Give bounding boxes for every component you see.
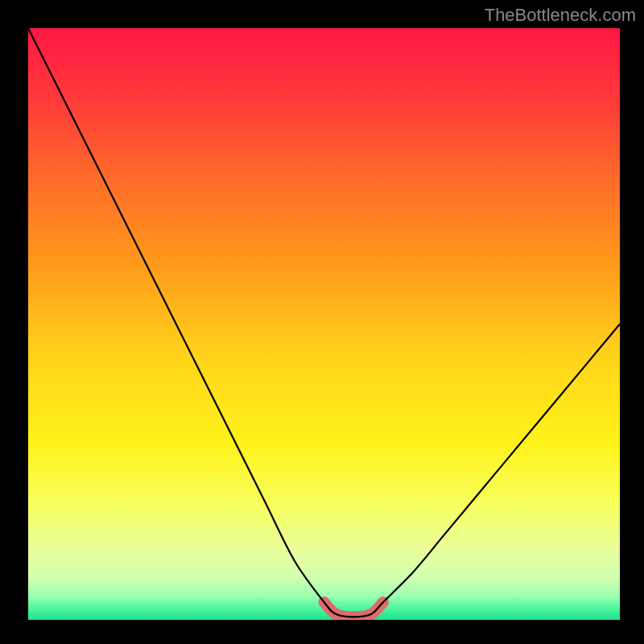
chart-highlight-segment <box>324 602 384 617</box>
chart-main-curve <box>28 28 620 617</box>
watermark-text: TheBottleneck.com <box>485 5 636 26</box>
chart-plot-area <box>28 28 620 620</box>
chart-curve-layer <box>28 28 620 620</box>
